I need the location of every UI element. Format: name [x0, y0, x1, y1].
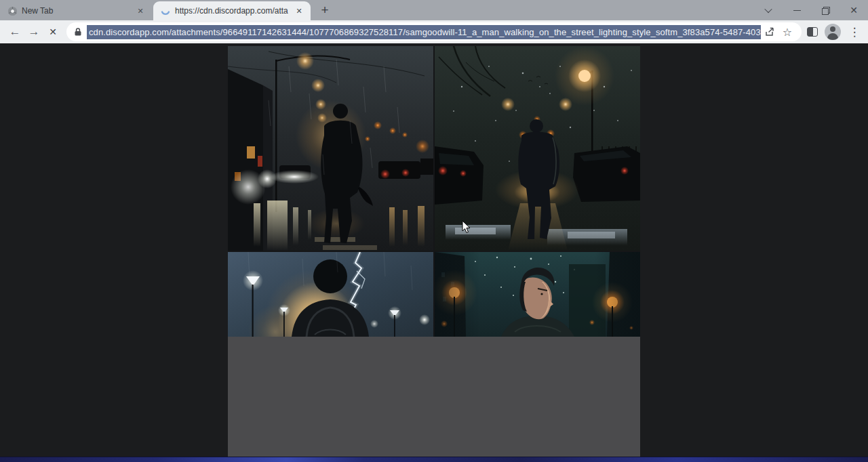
page-content: [0, 43, 868, 457]
share-icon[interactable]: [761, 23, 778, 41]
tab-close-icon[interactable]: ✕: [134, 5, 146, 17]
new-tab-button[interactable]: +: [316, 1, 334, 19]
stop-loading-button[interactable]: ✕: [43, 22, 62, 41]
tab-close-icon[interactable]: ✕: [293, 5, 305, 17]
window-controls: ✕: [754, 0, 868, 20]
menu-icon[interactable]: ⋮: [848, 25, 861, 39]
window-minimize-button[interactable]: [783, 0, 811, 20]
tab-new-tab[interactable]: New Tab ✕: [0, 1, 152, 20]
image-top-left[interactable]: [228, 46, 433, 251]
lock-icon[interactable]: [74, 27, 82, 37]
tab-discord-cdn[interactable]: https://cdn.discordapp.com/atta ✕: [153, 1, 311, 20]
window-restore-button[interactable]: [811, 0, 840, 20]
forward-button[interactable]: →: [24, 22, 43, 41]
taskbar-edge[interactable]: [0, 457, 868, 462]
chrome-logo-icon: [7, 5, 18, 16]
image-attachment: [228, 46, 640, 457]
profile-avatar[interactable]: [825, 24, 841, 40]
back-button[interactable]: ←: [5, 22, 24, 41]
image-loading-placeholder: [228, 337, 640, 457]
bookmark-star-icon[interactable]: ☆: [778, 23, 796, 41]
tab-title: New Tab: [22, 6, 130, 16]
tab-strip: New Tab ✕ https://cdn.discordapp.com/att…: [0, 0, 868, 20]
browser-window: New Tab ✕ https://cdn.discordapp.com/att…: [0, 0, 868, 462]
loading-spinner-icon: [160, 5, 171, 16]
address-bar[interactable]: cdn.discordapp.com/attachments/966491171…: [66, 22, 802, 41]
image-bottom-right[interactable]: [435, 252, 640, 337]
image-bottom-left[interactable]: [228, 252, 433, 337]
window-close-button[interactable]: ✕: [840, 0, 868, 20]
window-chevron-down-icon[interactable]: [754, 0, 783, 20]
toolbar: ← → ✕ cdn.discordapp.com/attachments/966…: [0, 20, 868, 43]
side-panel-icon[interactable]: [807, 27, 818, 37]
url-text[interactable]: cdn.discordapp.com/attachments/966491171…: [87, 25, 761, 39]
tab-title: https://cdn.discordapp.com/atta: [175, 6, 289, 16]
mouse-cursor: [462, 220, 471, 234]
